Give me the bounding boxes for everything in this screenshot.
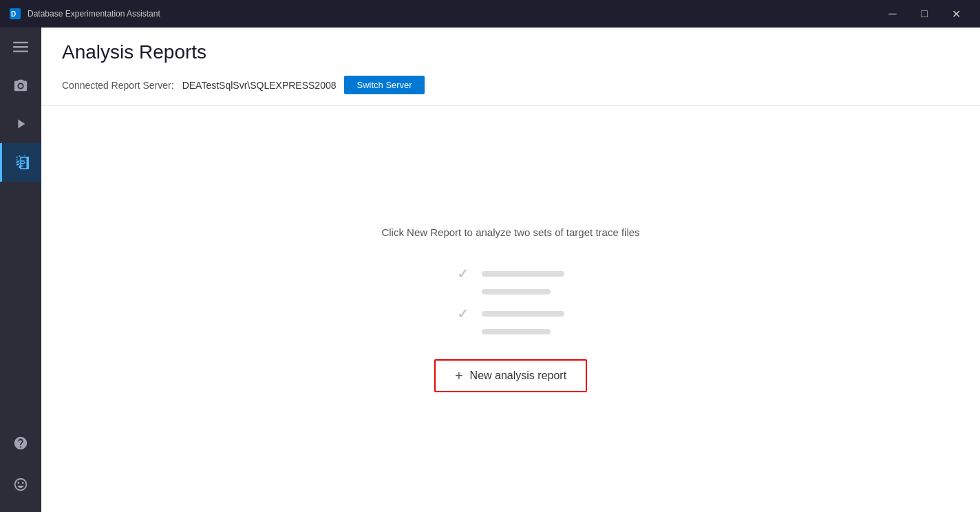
switch-server-button[interactable]: Switch Server	[344, 76, 424, 94]
title-bar: D Database Experimentation Assistant ─ □…	[0, 0, 980, 28]
sidebar-item-feedback[interactable]	[0, 465, 41, 504]
server-label: Connected Report Server:	[62, 80, 174, 91]
check-row-2: ✓	[457, 306, 564, 322]
app-icon: D	[8, 7, 22, 21]
empty-state-text: Click New Report to analyze two sets of …	[381, 226, 639, 238]
help-icon	[13, 436, 28, 451]
svg-rect-3	[13, 46, 28, 47]
server-name: DEATestSqlSvr\SQLEXPRESS2008	[182, 80, 337, 91]
new-analysis-report-button[interactable]: + New analysis report	[434, 359, 587, 392]
main-header: Analysis Reports Connected Report Server…	[41, 28, 980, 106]
svg-text:D: D	[11, 10, 16, 18]
svg-rect-5	[21, 160, 25, 161]
maximize-button[interactable]: □	[908, 0, 940, 28]
close-button[interactable]: ✕	[940, 0, 972, 28]
play-icon	[13, 116, 28, 131]
empty-illustration: ✓ ✓	[457, 266, 564, 334]
line-1	[482, 271, 564, 277]
svg-rect-7	[21, 166, 23, 167]
line-2	[482, 311, 564, 317]
sidebar-item-help[interactable]	[0, 424, 41, 462]
check-icon-2: ✓	[457, 306, 473, 322]
new-report-label: New analysis report	[470, 370, 567, 382]
main-content: Analysis Reports Connected Report Server…	[41, 28, 980, 512]
sidebar	[0, 28, 41, 512]
line-sub-2	[482, 329, 551, 334]
svg-rect-4	[13, 51, 28, 52]
svg-rect-2	[13, 42, 28, 43]
app-title: Database Experimentation Assistant	[28, 9, 877, 19]
server-row: Connected Report Server: DEATestSqlSvr\S…	[62, 76, 959, 94]
check-icon-1: ✓	[457, 266, 473, 282]
line-sub-1	[482, 289, 551, 295]
sidebar-item-replay[interactable]	[0, 105, 41, 143]
content-area: Click New Report to analyze two sets of …	[41, 106, 980, 512]
minimize-button[interactable]: ─	[877, 0, 908, 28]
sidebar-top	[0, 28, 41, 424]
sidebar-bottom	[0, 424, 41, 512]
svg-rect-6	[21, 163, 25, 164]
feedback-icon	[13, 477, 28, 492]
sidebar-item-menu[interactable]	[0, 28, 41, 66]
plus-icon: +	[455, 369, 463, 383]
sidebar-item-analysis[interactable]	[0, 143, 41, 182]
window-controls: ─ □ ✕	[877, 0, 972, 28]
page-title: Analysis Reports	[62, 41, 959, 63]
check-row-1: ✓	[457, 266, 564, 282]
sidebar-item-capture[interactable]	[0, 66, 41, 105]
analysis-icon	[14, 155, 30, 170]
app-body: Analysis Reports Connected Report Server…	[0, 28, 980, 512]
camera-icon	[13, 78, 28, 93]
menu-icon	[13, 39, 28, 54]
